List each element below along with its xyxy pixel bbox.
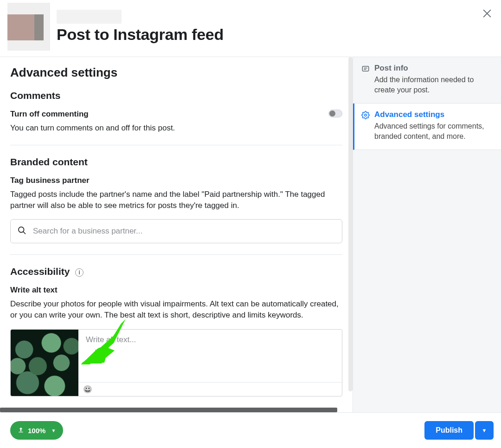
divider: [10, 145, 342, 145]
upload-status-pill[interactable]: 100% ▼: [10, 421, 63, 440]
svg-point-14: [365, 114, 367, 117]
svg-rect-11: [362, 66, 369, 71]
subheading-accessibility: Accessibility i: [10, 266, 342, 277]
upload-icon: [18, 427, 24, 435]
toggle-turn-off-commenting[interactable]: [328, 110, 342, 117]
toggle-desc-turn-off-commenting: You can turn comments on and off for thi…: [10, 123, 328, 134]
account-name-redacted: [57, 10, 122, 24]
subheading-branded-content: Branded content: [10, 156, 342, 168]
gear-icon: [361, 111, 370, 119]
search-business-partner[interactable]: [10, 219, 342, 243]
svg-line-3: [23, 232, 26, 234]
toggle-label-turn-off-commenting: Turn off commenting: [10, 110, 328, 119]
info-icon[interactable]: i: [75, 268, 84, 277]
chevron-down-icon: ▼: [51, 428, 56, 433]
post-info-icon: [361, 65, 370, 73]
sidebar-item-label: Post info: [374, 64, 493, 73]
publish-options-button[interactable]: ▼: [475, 421, 494, 440]
dialog-header: Post to Instagram feed: [0, 0, 501, 57]
alt-text-composer: 😀: [10, 329, 342, 396]
sidebar: Post info Add the information needed to …: [353, 57, 501, 412]
section-title-advanced-settings: Advanced settings: [10, 65, 342, 80]
search-icon: [17, 226, 26, 237]
upload-percent: 100%: [28, 427, 45, 435]
search-business-partner-input[interactable]: [33, 227, 335, 236]
label-tag-business-partner: Tag business partner: [10, 176, 342, 185]
publish-button[interactable]: Publish: [424, 421, 474, 440]
divider: [10, 254, 342, 255]
label-write-alt-text: Write alt text: [10, 286, 342, 295]
desc-write-alt-text: Describe your photos for people with vis…: [10, 299, 342, 321]
sidebar-item-desc: Add the information needed to create you…: [374, 75, 493, 95]
subheading-comments: Comments: [10, 90, 342, 101]
alt-text-input[interactable]: [78, 330, 342, 382]
desc-tag-business-partner: Tagged posts include the partner's name …: [10, 189, 342, 211]
sidebar-item-advanced-settings[interactable]: Advanced settings Advanced settings for …: [353, 104, 501, 150]
sidebar-item-post-info[interactable]: Post info Add the information needed to …: [353, 57, 501, 104]
main-panel: Advanced settings Comments Turn off comm…: [0, 57, 353, 412]
horizontal-scrollbar[interactable]: [0, 408, 337, 412]
account-thumbnail: [7, 3, 50, 51]
vertical-scrollbar[interactable]: [348, 57, 353, 391]
sidebar-item-desc: Advanced settings for comments, branded …: [374, 121, 493, 141]
close-button[interactable]: [482, 8, 493, 19]
sidebar-item-label: Advanced settings: [374, 110, 493, 119]
emoji-picker-icon[interactable]: 😀: [83, 385, 92, 394]
post-image-thumbnail[interactable]: [11, 330, 78, 396]
dialog-title: Post to Instagram feed: [57, 26, 224, 44]
footer: 100% ▼ Publish ▼: [0, 412, 501, 448]
subheading-accessibility-label: Accessibility: [10, 266, 70, 277]
